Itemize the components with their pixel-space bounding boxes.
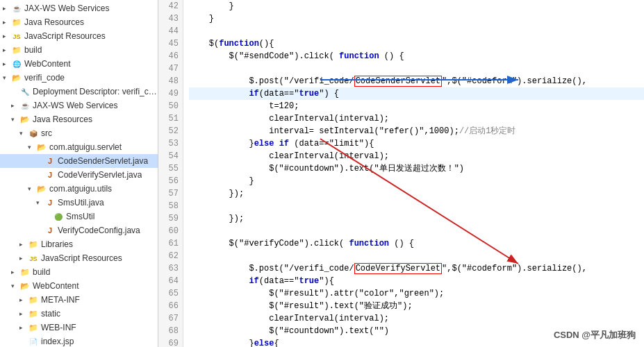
tree-label-com-utils: com.atguigu.utils [49, 184, 112, 194]
line-num-68: 68 [163, 325, 179, 337]
sidebar-item-CodeSenderServlet[interactable]: CodeSenderServlet.java [0, 154, 158, 168]
tree-arrow-verifi-code [3, 74, 11, 81]
code-line-46: $("#sendCode").click( function () { [189, 50, 644, 62]
sidebar-item-verifi-code[interactable]: verifi_code [0, 71, 158, 85]
sidebar-item-SmsUtil-java[interactable]: SmsUtil.java [0, 196, 158, 210]
sidebar-item-meta-inf[interactable]: META-INF [0, 293, 158, 307]
tree-label-SmsUtil: SmsUtil [66, 212, 94, 221]
line-num-42: 42 [163, 0, 179, 12]
code-line-63: $.post("/verifi_code/CodeVerifyServlet",… [189, 262, 644, 275]
code-line-64: if(data=="true"){ [189, 275, 644, 287]
tree-icon-com-utils [36, 183, 47, 194]
code-line-66: $("#result").text("验证成功"); [189, 300, 644, 312]
sidebar-item-webcontent-verifi[interactable]: WebContent [0, 279, 158, 293]
sidebar-item-VerifyCodeConfig[interactable]: VerifyCodeConfig.java [0, 223, 158, 237]
line-num-49: 49 [163, 87, 179, 100]
tree-icon-libraries [28, 239, 39, 250]
tree-arrow-com-servlet [28, 144, 36, 151]
tree-icon-java-res-top [11, 17, 22, 28]
code-line-56: } [189, 175, 644, 187]
tree-label-build-verifi: build [33, 267, 50, 277]
tree-arrow-src [19, 130, 28, 137]
sidebar-item-web-inf[interactable]: WEB-INF [0, 321, 158, 335]
tree-label-CodeVerifyServlet: CodeVerifyServlet.java [58, 170, 142, 180]
line-num-51: 51 [163, 112, 179, 125]
tree-arrow-com-utils [28, 185, 36, 192]
sidebar-item-jax-ws-top[interactable]: JAX-WS Web Services [0, 1, 158, 15]
tree-icon-build-top [11, 44, 22, 56]
code-line-62 [189, 250, 644, 262]
tree-label-VerifyCodeConfig: VerifyCodeConfig.java [58, 226, 140, 235]
line-num-62: 62 [163, 250, 179, 262]
tree-icon-webcontent-top [11, 58, 22, 69]
code-content: } } $(function(){ $("#sendCode").click( … [183, 0, 644, 347]
tree-icon-jax-ws-verifi [19, 100, 31, 111]
tree-label-verifi-code: verifi_code [24, 73, 65, 83]
line-num-63: 63 [163, 262, 179, 275]
code-line-42: } [189, 0, 644, 12]
line-num-47: 47 [163, 62, 179, 75]
sidebar-item-build-verifi[interactable]: build [0, 265, 158, 279]
code-verify-servlet-ref: CodeVerifyServlet [354, 263, 442, 274]
sidebar-item-com-utils[interactable]: com.atguigu.utils [0, 182, 158, 196]
tree-icon-CodeSenderServlet [44, 155, 56, 167]
tree-label-SmsUtil-java: SmsUtil.java [58, 198, 104, 208]
file-tree[interactable]: JAX-WS Web ServicesJava ResourcesJavaScr… [0, 0, 158, 347]
tree-icon-js-res-top [11, 31, 22, 42]
line-num-44: 44 [163, 25, 179, 37]
line-num-54: 54 [163, 150, 179, 162]
code-line-61: $("#verifyCode").click( function () { [189, 237, 644, 250]
sidebar-item-libraries[interactable]: Libraries [0, 237, 158, 251]
sidebar-item-js-res-top[interactable]: JavaScript Resources [0, 29, 158, 43]
tree-label-jax-ws-verifi: JAX-WS Web Services [33, 101, 117, 110]
sidebar-item-com-servlet[interactable]: com.atguigu.servlet [0, 140, 158, 154]
sidebar-item-src[interactable]: src [0, 126, 158, 140]
code-line-43: } [189, 12, 644, 25]
sidebar-item-deployment[interactable]: Deployment Descriptor: verifi_code [0, 85, 158, 99]
code-line-44 [189, 25, 644, 37]
tree-icon-build-verifi [19, 266, 31, 278]
tree-icon-SmsUtil-java [44, 197, 56, 208]
tree-label-static: static [41, 309, 60, 319]
code-line-50: t=120; [189, 100, 644, 112]
code-line-60 [189, 225, 644, 237]
code-line-57: }); [189, 187, 644, 200]
sidebar-item-build-top[interactable]: build [0, 43, 158, 57]
line-num-56: 56 [163, 175, 179, 187]
line-numbers: 4243444546474849505152535455565758596061… [158, 0, 183, 347]
line-num-52: 52 [163, 125, 179, 137]
sidebar-item-CodeVerifyServlet[interactable]: CodeVerifyServlet.java [0, 168, 158, 182]
tree-arrow-jax-ws-verifi [11, 102, 19, 109]
line-num-67: 67 [163, 312, 179, 325]
tree-label-web-inf: WEB-INF [41, 323, 76, 332]
line-num-55: 55 [163, 162, 179, 175]
sidebar-item-java-res-top[interactable]: Java Resources [0, 15, 158, 29]
tree-icon-web-inf [28, 322, 39, 333]
code-sender-servlet-ref: CodeSenderServlet [354, 76, 442, 87]
tree-arrow-SmsUtil-java [36, 199, 44, 206]
code-line-51: clearInterval(interval); [189, 112, 644, 125]
tree-icon-VerifyCodeConfig [44, 225, 56, 236]
tree-arrow-libraries [19, 241, 28, 248]
tree-label-index-jsp: index.jsp [41, 337, 74, 346]
tree-label-meta-inf: META-INF [41, 295, 80, 305]
sidebar-item-static[interactable]: static [0, 307, 158, 321]
tree-arrow-meta-inf [19, 296, 28, 303]
sidebar-item-jax-ws-verifi[interactable]: JAX-WS Web Services [0, 99, 158, 112]
sidebar-item-index-jsp[interactable]: index.jsp [0, 335, 158, 347]
tree-icon-jax-ws-top [11, 3, 22, 14]
code-line-67: clearInterval(interval); [189, 312, 644, 325]
tree-label-deployment: Deployment Descriptor: verifi_code [33, 87, 158, 96]
sidebar-item-js-res-verifi[interactable]: JavaScript Resources [0, 251, 158, 265]
code-line-47 [189, 62, 644, 75]
tree-icon-js-res-verifi [28, 253, 39, 264]
sidebar-item-java-res-verifi[interactable]: Java Resources [0, 112, 158, 126]
sidebar-item-SmsUtil[interactable]: SmsUtil [0, 210, 158, 223]
tree-arrow-jax-ws-top [3, 5, 11, 12]
tree-label-java-res-top: Java Resources [24, 17, 84, 27]
tree-icon-index-jsp [28, 336, 39, 347]
tree-label-webcontent-verifi: WebContent [33, 281, 79, 291]
sidebar-item-webcontent-top[interactable]: WebContent [0, 57, 158, 71]
line-num-65: 65 [163, 287, 179, 300]
tree-arrow-webcontent-verifi [11, 282, 19, 289]
